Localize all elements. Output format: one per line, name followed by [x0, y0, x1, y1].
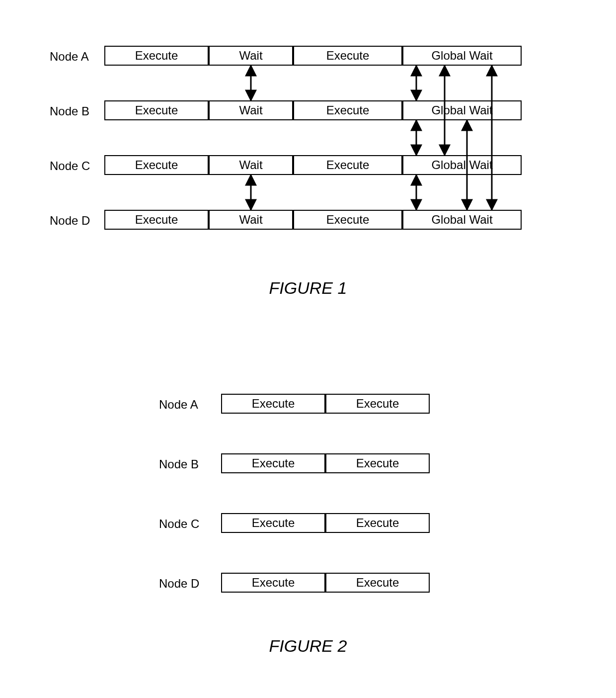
fig2-b-execute-2: Execute — [325, 453, 430, 473]
fig1-a-execute-1: Execute — [104, 46, 209, 66]
fig1-d-globalwait: Global Wait — [402, 210, 522, 230]
fig2-node-a-label: Node A — [159, 398, 198, 412]
fig2-a-execute-2: Execute — [325, 394, 430, 414]
fig1-d-wait: Wait — [209, 210, 293, 230]
fig1-c-execute-2: Execute — [293, 155, 402, 175]
fig1-node-a-label: Node A — [50, 50, 89, 64]
fig2-c-execute-1: Execute — [221, 513, 325, 533]
fig1-b-execute-1: Execute — [104, 100, 209, 120]
fig2-node-b-label: Node B — [159, 457, 199, 471]
fig2-node-d-label: Node D — [159, 577, 199, 591]
fig1-c-execute-1: Execute — [104, 155, 209, 175]
fig1-c-globalwait: Global Wait — [402, 155, 522, 175]
fig1-b-execute-2: Execute — [293, 100, 402, 120]
diagram-canvas: Node A Node B Node C Node D Execute Wait… — [0, 0, 616, 698]
fig1-b-globalwait: Global Wait — [402, 100, 522, 120]
fig1-node-c-label: Node C — [50, 159, 90, 173]
fig1-d-execute-1: Execute — [104, 210, 209, 230]
fig2-d-execute-2: Execute — [325, 573, 430, 593]
fig1-node-b-label: Node B — [50, 104, 89, 118]
fig1-b-wait: Wait — [209, 100, 293, 120]
fig1-a-execute-2: Execute — [293, 46, 402, 66]
figure1-caption: FIGURE 1 — [0, 278, 616, 298]
fig1-d-execute-2: Execute — [293, 210, 402, 230]
fig2-a-execute-1: Execute — [221, 394, 325, 414]
fig2-b-execute-1: Execute — [221, 453, 325, 473]
fig2-node-c-label: Node C — [159, 517, 199, 531]
fig1-a-wait: Wait — [209, 46, 293, 66]
fig1-c-wait: Wait — [209, 155, 293, 175]
fig1-a-globalwait: Global Wait — [402, 46, 522, 66]
fig2-d-execute-1: Execute — [221, 573, 325, 593]
fig1-node-d-label: Node D — [50, 214, 90, 228]
fig2-c-execute-2: Execute — [325, 513, 430, 533]
figure2-caption: FIGURE 2 — [0, 636, 616, 656]
